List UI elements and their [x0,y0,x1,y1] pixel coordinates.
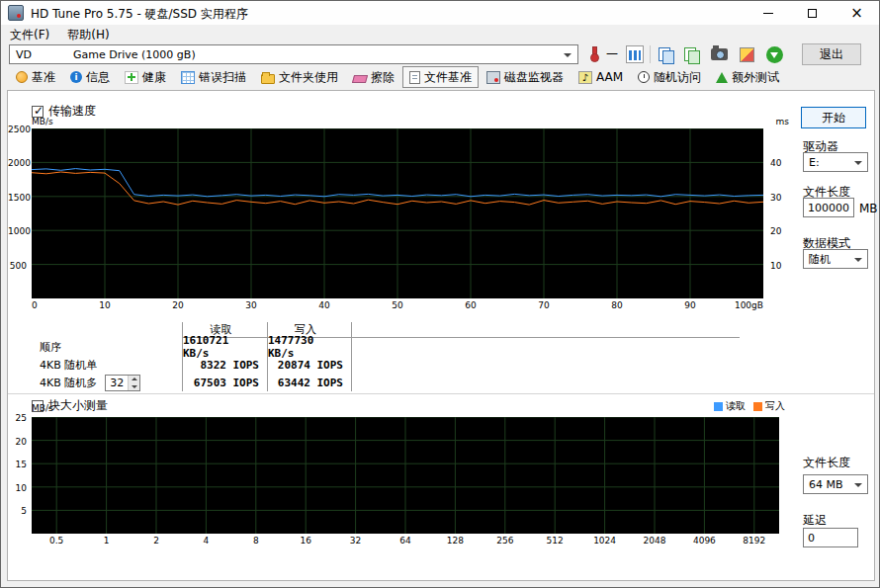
row-label: 4KB 随机多 [40,376,97,390]
row-read-value: 8322 IOPS [182,356,267,374]
camera-icon [711,48,728,60]
row-write-value: 20874 IOPS [267,356,352,374]
queue-depth-input[interactable] [106,376,128,390]
section-divider [8,393,874,394]
copy-text-button[interactable] [679,43,703,65]
delay-label: 延迟 [803,512,827,529]
tab-label: 基准 [32,69,55,86]
tab-benchmark[interactable]: 基准 [9,66,62,88]
tab-file-benchmark[interactable]: 文件基准 [402,66,479,88]
transfer-speed-label: 传输速度 [48,103,96,120]
queue-depth-spinner[interactable] [105,375,140,391]
tab-label: 文件夹使用 [279,69,338,86]
temperature-graph-icon[interactable] [626,45,644,63]
minimize-icon [763,13,773,14]
tab-label: 擦除 [371,69,395,86]
block-file-length-label: 文件长度 [803,455,850,471]
menu-help[interactable]: 帮助(H) [58,25,118,42]
y-axis-unit-right: ms [776,117,789,126]
spinner-down-icon[interactable] [129,382,139,390]
row-write-value: 1477730 KB/s [267,338,352,356]
start-button[interactable]: 开始 [801,107,866,128]
data-mode-value: 随机 [809,252,831,267]
row-label: 顺序 [32,338,182,356]
close-icon [850,6,863,21]
color-options-button[interactable] [735,43,758,65]
aam-icon [578,71,592,84]
tab-info[interactable]: 信息 [63,66,117,88]
palette-icon [740,47,754,62]
maximize-icon [808,9,817,18]
block-size-chart: MB/s 252015105 0.51248163264128256512102… [8,405,819,547]
copy-text-icon [683,46,699,62]
maximize-button[interactable] [790,1,835,25]
target-drive-select[interactable]: E: [803,152,868,172]
delay-input[interactable] [803,528,858,547]
download-icon [766,46,783,63]
tab-disk-monitor[interactable]: 磁盘监视器 [480,66,571,88]
y-axis-labels-left: 2500200015001000500 [8,128,30,298]
benchmark-icon [16,71,28,83]
menu-file[interactable]: 文件(F) [1,25,58,42]
thermometer-icon [590,46,598,62]
y-axis-unit-left: MB/s [32,403,53,413]
tab-random-access[interactable]: 随机访问 [631,66,708,88]
block-file-length-value: 64 MB [809,478,843,491]
tab-aam[interactable]: AAM [572,66,630,88]
exit-button[interactable]: 退出 [802,43,861,65]
file-length-input[interactable] [803,198,854,217]
x-axis-labels: 0102030405060708090100gB [32,300,763,312]
benchmark-results-table: 读取 写入 顺序 1610721 KB/s 1477730 KB/s 4KB 随… [32,322,740,391]
file-benchmark-icon [409,71,420,84]
row-read-value: 67503 IOPS [182,374,267,391]
window-title: HD Tune Pro 5.75 - 硬盘/SSD 实用程序 [31,6,248,23]
file-benchmark-panel: 传输速度 MB/s ms 2500200015001000500 4030201… [7,90,875,581]
error-scan-icon [181,71,195,84]
tab-extra-tests[interactable]: 额外测试 [709,66,786,88]
tab-label: 错误扫描 [199,69,246,86]
screenshot-button[interactable] [707,43,731,65]
drive-select[interactable]: VD Game Drive (1000 gB) [9,44,578,64]
transfer-speed-chart: MB/s ms 2500200015001000500 40302010 010… [8,119,799,312]
block-size-plot [32,417,779,534]
folder-usage-icon [261,74,275,84]
row-label: 4KB 随机单 [32,356,182,374]
header-spacer [32,322,182,338]
erase-icon [352,75,368,83]
tab-erase[interactable]: 擦除 [346,66,401,88]
tab-label: 健康 [142,69,166,86]
info-icon [70,71,82,83]
chevron-down-icon [564,53,572,57]
tab-folder-usage[interactable]: 文件夹使用 [254,66,345,88]
row-read-value: 1610721 KB/s [182,338,267,356]
extra-tests-icon [716,72,728,83]
x-axis-labels: 0.512481632641282565121024204840968192 [32,536,779,547]
save-button[interactable] [762,43,786,65]
table-row: 4KB 随机多 67503 IOPS 63442 IOPS [32,374,740,391]
disk-monitor-icon [486,71,500,84]
header-fill [352,322,740,338]
transfer-speed-plot [32,128,763,298]
y-axis-unit-left: MB/s [32,117,53,126]
menu-bar: 文件(F) 帮助(H) [1,25,879,42]
spinner-up-icon[interactable] [129,376,139,383]
data-mode-select[interactable]: 随机 [803,249,868,269]
copy-button[interactable] [654,43,677,65]
file-length-unit: MB [859,202,878,215]
tab-bar: 基准信息健康错误扫描文件夹使用擦除文件基准磁盘监视器AAM随机访问额外测试 [9,66,786,88]
row-write-value: 63442 IOPS [267,374,352,391]
tab-health[interactable]: 健康 [118,66,173,88]
copy-icon [658,46,673,62]
app-icon [8,5,24,21]
chevron-down-icon [854,161,862,165]
y-axis-labels-left: 252015105 [8,417,30,534]
target-drive-value: E: [809,156,820,169]
app-window: HD Tune Pro 5.75 - 硬盘/SSD 实用程序 文件(F) 帮助(… [0,0,880,588]
block-file-length-select[interactable]: 64 MB [803,474,868,494]
chevron-down-icon [854,258,862,262]
close-button[interactable] [835,1,879,25]
drive-prefix: VD [16,48,32,61]
minimize-button[interactable] [746,1,790,25]
toolbar-separator [650,45,651,63]
tab-error-scan[interactable]: 错误扫描 [174,66,253,88]
